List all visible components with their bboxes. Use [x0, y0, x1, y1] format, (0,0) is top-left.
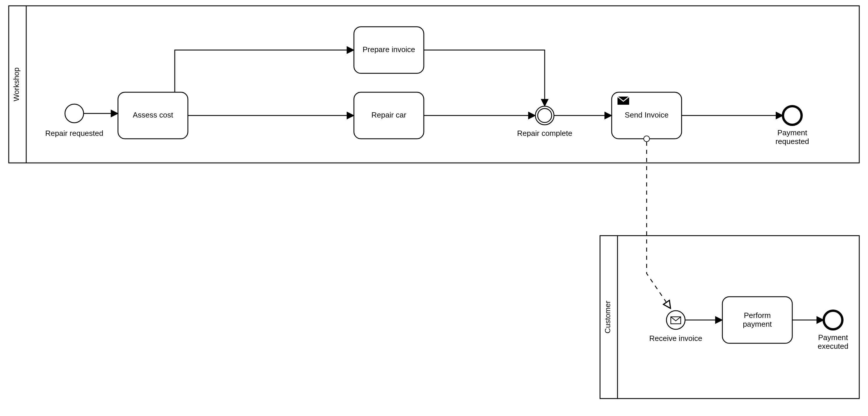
svg-point-16 [824, 311, 842, 329]
svg-rect-0 [9, 6, 859, 163]
task-repair-car-label: Repair car [371, 110, 406, 119]
task-prepare-invoice-label: Prepare invoice [363, 45, 415, 54]
svg-point-10 [783, 106, 802, 125]
start-event-repair-requested[interactable] [65, 104, 84, 123]
end-event-payment-requested[interactable] [783, 106, 802, 125]
message-send-icon [618, 97, 629, 105]
start-event-receive-invoice-label: Receive invoice [649, 334, 702, 343]
end-event-payment-requested-label-2: requested [775, 137, 809, 146]
event-repair-complete[interactable] [535, 106, 554, 125]
start-event-receive-invoice[interactable] [666, 311, 685, 329]
task-perform-payment-label-1: Perform [744, 311, 771, 320]
end-event-payment-executed[interactable] [824, 311, 842, 329]
envelope-icon [671, 317, 681, 324]
task-send-invoice-label: Send Invoice [625, 110, 669, 119]
end-event-payment-executed-label-1: Payment [818, 333, 848, 342]
task-assess-cost-label: Assess cost [133, 110, 173, 119]
message-flow-origin-icon [644, 136, 650, 142]
event-repair-complete-label: Repair complete [517, 129, 572, 138]
end-event-payment-requested-label-1: Payment [777, 128, 807, 137]
pool-workshop: Workshop [9, 6, 859, 163]
svg-point-7 [538, 108, 552, 123]
task-perform-payment-label-2: payment [743, 320, 772, 328]
start-event-label: Repair requested [45, 129, 103, 138]
svg-point-2 [65, 104, 84, 123]
pool-customer-label: Customer [603, 301, 612, 334]
pool-workshop-label: Workshop [12, 68, 21, 102]
end-event-payment-executed-label-2: executed [817, 342, 848, 351]
